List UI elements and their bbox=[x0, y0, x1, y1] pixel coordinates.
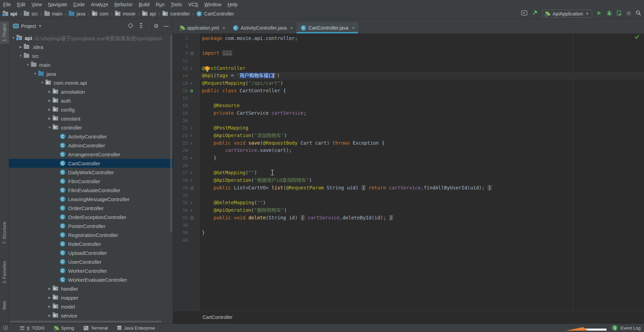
code-line-15[interactable]: 15∧@RequestMapping("/api/cart") bbox=[173, 80, 644, 87]
collapse-all-icon[interactable] bbox=[138, 23, 144, 29]
tree-item-filmevaluatecontroller[interactable]: FilmEvaluateController bbox=[9, 186, 173, 195]
code-line-35[interactable]: 35+ public void delete(String id) { cart… bbox=[173, 214, 644, 222]
fold-expand-icon[interactable]: + bbox=[190, 52, 194, 55]
code-line-3[interactable]: 3+import ... bbox=[173, 50, 644, 57]
line-number[interactable]: 33 bbox=[173, 199, 188, 207]
line-number[interactable]: 1 bbox=[173, 35, 188, 42]
tree-item-auth[interactable]: ▶auth bbox=[9, 96, 173, 105]
fold-expand-icon[interactable]: + bbox=[190, 186, 194, 190]
line-number[interactable]: 39 bbox=[173, 229, 188, 237]
tree-vertical-scrollbar[interactable] bbox=[170, 35, 172, 232]
tree-horizontal-scrollbar[interactable] bbox=[10, 321, 162, 323]
code-line-1[interactable]: 1package com.movie.api.controller; bbox=[173, 35, 644, 42]
menu-item-view[interactable]: View bbox=[29, 1, 45, 8]
code-line-13[interactable]: 13∨@RestController bbox=[173, 65, 644, 72]
tree-collapse-arrow[interactable]: ▶ bbox=[46, 117, 53, 120]
intention-bulb-icon[interactable] bbox=[205, 66, 210, 71]
line-number[interactable]: 19 bbox=[173, 110, 188, 117]
menu-item-build[interactable]: Build bbox=[136, 1, 152, 8]
editor-breadcrumb-item[interactable]: CartController bbox=[203, 314, 233, 320]
code-line-27[interactable]: 27∨ @GetMapping("") bbox=[173, 169, 644, 177]
code-line-25[interactable]: 25∧ } bbox=[173, 154, 644, 162]
fold-down-icon[interactable]: ∨ bbox=[190, 139, 192, 147]
breadcrumb-item-main[interactable]: main bbox=[44, 11, 63, 17]
menu-item-refactor[interactable]: Refactor bbox=[111, 1, 136, 8]
fold-down-icon[interactable]: ∨ bbox=[190, 124, 192, 132]
menu-item-code[interactable]: Code bbox=[70, 1, 88, 8]
menu-item-vcs[interactable]: VCS bbox=[185, 1, 201, 8]
code-line-26[interactable]: 26 bbox=[173, 162, 644, 169]
breadcrumb-item-api[interactable]: api bbox=[2, 11, 18, 17]
run-configuration-select[interactable]: ApiApplication ▼ bbox=[542, 10, 592, 18]
event-log-button[interactable]: Event Log bbox=[620, 325, 641, 331]
tree-item-dailyworkcontroller[interactable]: DailyWorkController bbox=[9, 168, 173, 177]
code-line-21[interactable]: 21∨ @PostMapping bbox=[173, 124, 644, 132]
line-number[interactable]: 27 bbox=[173, 169, 188, 177]
line-number[interactable]: 3 bbox=[173, 50, 188, 57]
gutter-slot[interactable]: ∨ bbox=[188, 199, 199, 207]
hide-panel-icon[interactable]: — bbox=[163, 23, 169, 29]
close-icon[interactable]: × bbox=[352, 25, 355, 31]
tree-item-orderexceptioncontroller[interactable]: OrderExceptionController bbox=[9, 212, 173, 221]
tree-expand-arrow[interactable]: ▼ bbox=[25, 63, 31, 66]
line-number[interactable]: 40 bbox=[173, 237, 188, 244]
gutter-slot[interactable] bbox=[188, 87, 199, 95]
gutter-slot[interactable]: ∨ bbox=[188, 169, 199, 177]
fold-up-icon[interactable]: ∧ bbox=[190, 207, 192, 214]
run-with-coverage-button[interactable] bbox=[616, 10, 622, 17]
menu-item-file[interactable]: File bbox=[0, 1, 14, 8]
code-editor[interactable]: 1package com.movie.api.controller;23+imp… bbox=[173, 33, 644, 311]
tree-expand-arrow[interactable]: ▼ bbox=[18, 54, 24, 58]
status-item-java-enterprise[interactable]: Java Enterprise bbox=[117, 325, 155, 331]
tree-collapse-arrow[interactable]: ▶ bbox=[46, 296, 53, 299]
tree-item-config[interactable]: ▶config bbox=[9, 105, 173, 114]
code-line-20[interactable]: 20 bbox=[173, 117, 644, 125]
tree-item-postercontroller[interactable]: PosterController bbox=[9, 221, 173, 230]
line-number[interactable]: 38 bbox=[173, 221, 188, 229]
code-line-40[interactable]: 40 bbox=[173, 237, 644, 244]
breadcrumb-item-com[interactable]: com bbox=[91, 11, 109, 17]
debug-button[interactable] bbox=[607, 10, 612, 17]
code-line-14[interactable]: 14@Api(tags = "用户购物车接口") bbox=[173, 72, 644, 80]
line-number[interactable]: 32 bbox=[173, 191, 188, 199]
line-number[interactable]: 29 bbox=[173, 184, 188, 192]
code-line-22[interactable]: 22∧ @ApiOperation("添加购物车") bbox=[173, 132, 644, 139]
line-number[interactable]: 24 bbox=[173, 147, 188, 154]
tree-item-usercontroller[interactable]: UserController bbox=[9, 257, 173, 266]
tree-collapse-arrow[interactable]: ▶ bbox=[18, 45, 24, 49]
stop-button[interactable] bbox=[626, 11, 631, 17]
gutter-slot[interactable]: ∧ bbox=[188, 80, 199, 87]
tree-item-registrationcontroller[interactable]: RegistrationController bbox=[9, 230, 173, 239]
tree-item-api[interactable]: ▼apiG:\shejiing\基于springboot vue电影购票系统\s… bbox=[9, 33, 173, 42]
line-number[interactable]: 18 bbox=[173, 102, 188, 110]
line-number[interactable]: 14 bbox=[173, 72, 188, 80]
close-icon[interactable]: × bbox=[290, 25, 293, 31]
tree-expand-arrow[interactable]: ▼ bbox=[32, 72, 38, 75]
breadcrumb-item-api[interactable]: api bbox=[141, 11, 157, 17]
fold-down-icon[interactable]: ∨ bbox=[190, 169, 192, 177]
breadcrumb-item-src[interactable]: src bbox=[23, 11, 39, 17]
line-number[interactable]: 26 bbox=[173, 162, 188, 169]
tab-application-yml[interactable]: application.yml× bbox=[176, 22, 229, 33]
fold-down-icon[interactable]: ∨ bbox=[190, 65, 192, 72]
gutter-slot[interactable]: ∧ bbox=[188, 177, 199, 184]
menu-item-window[interactable]: Window bbox=[201, 1, 225, 8]
close-icon[interactable]: × bbox=[223, 25, 225, 31]
tree-collapse-arrow[interactable]: ▶ bbox=[46, 287, 53, 290]
code-line-34[interactable]: 34∧ @ApiOperation("删除购物车") bbox=[173, 207, 644, 214]
menu-item-navigate[interactable]: Navigate bbox=[45, 1, 70, 8]
locate-file-icon[interactable] bbox=[128, 23, 133, 30]
fold-up-icon[interactable]: ∧ bbox=[190, 177, 192, 184]
tree-item-mapper[interactable]: ▶mapper bbox=[9, 293, 173, 302]
tool-windows-panel-icon[interactable] bbox=[521, 10, 527, 17]
tab-cartcontroller-java[interactable]: CartController.java× bbox=[297, 22, 358, 33]
tool-window-button-structure[interactable]: 7: Structure bbox=[0, 220, 9, 246]
spring-bean-gutter-icon[interactable] bbox=[190, 90, 193, 92]
gutter-slot[interactable]: ∨ bbox=[188, 65, 199, 72]
line-number[interactable]: 35 bbox=[173, 214, 188, 222]
tree-item-cartcontroller[interactable]: CartController bbox=[9, 159, 173, 168]
menu-item-analyze[interactable]: Analyze bbox=[88, 1, 111, 8]
run-button[interactable] bbox=[597, 10, 602, 17]
line-number[interactable]: 16 bbox=[173, 87, 188, 95]
tree-item-activitycontroller[interactable]: ActivityController bbox=[9, 132, 173, 141]
